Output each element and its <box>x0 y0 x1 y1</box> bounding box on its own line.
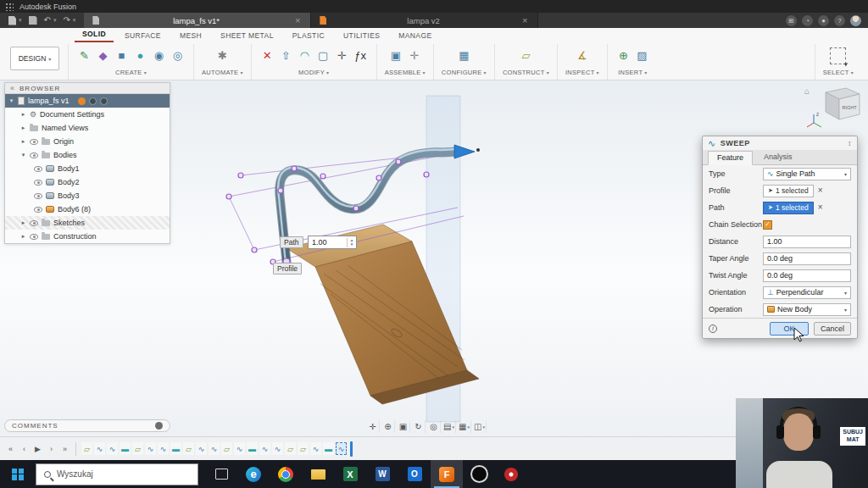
browser-item-root[interactable]: ▾ lampa_fs v1 <box>5 94 170 108</box>
joint-icon[interactable]: ✛ <box>406 47 422 64</box>
visibility-eye-icon[interactable] <box>30 220 38 226</box>
cylinder-icon[interactable]: ● <box>132 47 148 64</box>
configuration-table-icon[interactable]: ▦ <box>456 47 472 64</box>
sphere-icon[interactable]: ◉ <box>151 47 167 64</box>
group-insert-label[interactable]: INSERT <box>618 69 647 76</box>
workspace-selector[interactable]: DESIGN▾ <box>10 47 59 70</box>
redo-caret-icon[interactable]: ▾ <box>73 17 76 24</box>
comments-bar[interactable]: COMMENTS <box>4 419 170 432</box>
sweep-feature-icon[interactable]: ∿ <box>209 442 220 455</box>
browser-item-body1[interactable]: Body1 <box>5 162 170 175</box>
sketch-feature-icon[interactable]: ▱ <box>285 442 296 455</box>
construction-plane-icon[interactable]: ▱ <box>518 47 534 64</box>
visibility-eye-icon[interactable] <box>30 139 38 145</box>
sweep-dialog-header[interactable]: ∿ SWEEP ↕ <box>703 136 857 150</box>
view-cube[interactable]: ⌂ RIGHT Z <box>802 84 865 135</box>
browser-item-document-settings[interactable]: ▸ ⚙ Document Settings <box>5 108 170 121</box>
viewports-icon[interactable]: ◫ <box>473 420 487 433</box>
zoom-icon[interactable]: ⊕ <box>381 420 395 433</box>
move-copy-icon[interactable]: ✛ <box>334 47 350 64</box>
tab-mesh[interactable]: MESH <box>172 30 209 42</box>
group-select-label[interactable]: SELECT <box>823 69 854 76</box>
tab-surface[interactable]: SURFACE <box>117 30 169 42</box>
clear-profile-icon[interactable]: × <box>818 186 823 195</box>
file-menu-caret-icon[interactable]: ▾ <box>19 17 22 24</box>
look-at-icon[interactable]: ◎ <box>427 420 441 433</box>
undo-icon[interactable]: ↶ <box>44 16 51 25</box>
browser-item-construction[interactable]: ▸ Construction <box>5 230 170 243</box>
sweep-feature-icon[interactable]: ∿ <box>145 442 156 455</box>
home-view-icon[interactable]: ⌂ <box>804 86 810 96</box>
expand-caret-icon[interactable]: ▾ <box>20 152 26 158</box>
collapse-browser-icon[interactable]: « <box>10 84 14 92</box>
plane-feature-icon[interactable]: ▬ <box>120 442 131 455</box>
chain-selection-checkbox[interactable]: ✓ <box>763 220 772 230</box>
browser-item-sketches[interactable]: ▸ Sketches <box>5 216 170 230</box>
redo-icon[interactable]: ↷ <box>63 16 70 25</box>
sketch-feature-icon[interactable]: ▱ <box>81 442 92 455</box>
orbit-icon[interactable]: ↻ <box>412 420 426 433</box>
plane-feature-icon[interactable]: ▬ <box>323 442 334 455</box>
measure-icon[interactable]: ∡ <box>574 47 590 64</box>
cancel-button[interactable]: Cancel <box>814 322 851 336</box>
expand-caret-icon[interactable]: ▾ <box>8 97 14 104</box>
tab-utilities[interactable]: UTILITIES <box>336 30 387 42</box>
path-selected-chip[interactable]: ➤ 1 selected <box>763 202 814 214</box>
select-tool-icon[interactable] <box>830 47 846 64</box>
word-icon[interactable] <box>366 460 398 488</box>
plane-feature-icon[interactable]: ▬ <box>170 442 181 455</box>
group-configure-label[interactable]: CONFIGURE <box>442 69 487 76</box>
viewcube-face-label[interactable]: RIGHT <box>842 105 857 110</box>
tab-analysis[interactable]: Analysis <box>754 150 802 164</box>
display-settings-icon[interactable]: ▤ <box>442 420 456 433</box>
group-automate-label[interactable]: AUTOMATE <box>202 69 243 76</box>
visibility-eye-icon[interactable] <box>34 180 42 186</box>
group-construct-label[interactable]: CONSTRUCT <box>503 69 549 76</box>
plane-feature-icon[interactable]: ▬ <box>247 442 258 455</box>
file-explorer-icon[interactable] <box>302 460 334 488</box>
coil-icon[interactable]: ◎ <box>170 47 186 64</box>
tab-sheet-metal[interactable]: SHEET METAL <box>213 30 281 42</box>
tab-plastic[interactable]: PLASTIC <box>285 30 332 42</box>
twist-angle-input[interactable]: 0.0 deg <box>763 269 851 282</box>
value-spinner[interactable]: ▴ ▾ <box>347 238 356 247</box>
excel-icon[interactable] <box>334 460 366 488</box>
automate-icon[interactable]: ✱ <box>214 47 231 64</box>
delete-icon[interactable]: ✕ <box>259 47 275 64</box>
operation-dropdown[interactable]: New Body ▾ <box>763 303 851 316</box>
sketch-feature-icon[interactable]: ▱ <box>298 442 309 455</box>
visibility-eye-icon[interactable] <box>34 193 42 199</box>
doc-tab-lampa-v2[interactable]: lampa v2 × <box>311 13 538 28</box>
taper-angle-input[interactable]: 0.0 deg <box>763 252 851 265</box>
file-menu-icon[interactable] <box>8 16 16 25</box>
tab-feature[interactable]: Feature <box>708 151 753 165</box>
profile-selected-chip[interactable]: ➤ 1 selected <box>763 185 814 197</box>
edge-icon[interactable] <box>237 460 270 488</box>
extensions-icon[interactable]: ⊞ <box>786 15 797 26</box>
fusion-taskbar-icon[interactable] <box>431 460 463 488</box>
group-modify-label[interactable]: MODIFY <box>298 69 329 76</box>
expand-caret-icon[interactable]: ▸ <box>20 111 26 118</box>
grid-display-icon[interactable]: ▦ <box>458 420 471 433</box>
visibility-eye-icon[interactable] <box>34 207 42 213</box>
obs-icon[interactable] <box>463 460 495 488</box>
app-grid-icon[interactable] <box>5 3 14 11</box>
create-sketch-icon[interactable]: ✎ <box>76 47 92 64</box>
undo-caret-icon[interactable]: ▾ <box>53 17 57 24</box>
chrome-icon[interactable] <box>270 460 302 488</box>
timeline-skip-start-icon[interactable]: « <box>5 443 16 455</box>
task-view-icon[interactable] <box>205 460 237 488</box>
timeline-skip-end-icon[interactable]: » <box>59 443 70 455</box>
doc-tab-lampa-fs[interactable]: lampa_fs v1* × <box>84 13 311 28</box>
sweep-feature-icon[interactable]: ∿ <box>107 442 118 455</box>
expand-caret-icon[interactable]: ▸ <box>20 233 26 240</box>
viewport-3d[interactable]: « BROWSER ▾ lampa_fs v1 ▸ ⚙ Document Set… <box>0 80 868 436</box>
press-pull-icon[interactable]: ⇧ <box>278 47 294 64</box>
new-component-icon[interactable]: ▣ <box>387 47 403 64</box>
tab-manage[interactable]: MANAGE <box>391 30 439 42</box>
timeline-position-marker[interactable] <box>350 441 353 457</box>
browser-item-body2[interactable]: Body2 <box>5 175 170 189</box>
sweep-feature-icon[interactable]: ∿ <box>94 442 105 455</box>
visibility-eye-icon[interactable] <box>30 152 38 158</box>
expand-caret-icon[interactable]: ▸ <box>20 138 26 145</box>
